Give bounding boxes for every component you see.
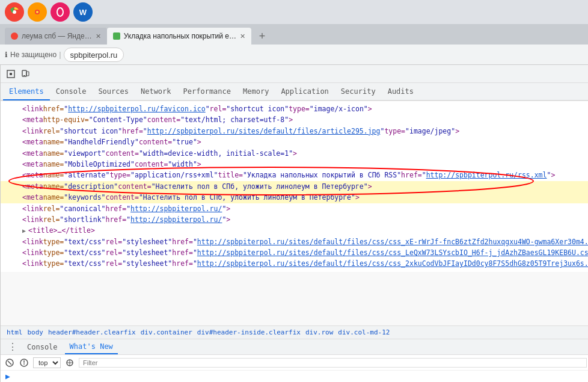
chrome-button[interactable] <box>5 2 24 22</box>
tab-security[interactable]: Security <box>335 84 382 100</box>
source-line-8: <meta name="description" content="Настел… <box>1 181 588 192</box>
main-area: Д Л На Elements Console Sources Network … <box>0 65 588 382</box>
source-line-12: ▶<title>…</title> <box>1 225 588 236</box>
footer-tab-whats-new[interactable]: What's New <box>65 339 118 354</box>
word-button[interactable]: W <box>73 2 93 22</box>
tab-sources[interactable]: Sources <box>92 84 135 100</box>
breadcrumb-html[interactable]: html <box>4 328 25 336</box>
svg-rect-11 <box>26 72 29 76</box>
source-content: <link href="http://spbpiterpol.ru/favico… <box>1 101 588 325</box>
devtools-tabs: Elements Console Sources Network Perform… <box>1 83 588 101</box>
tab-yandex-label: леума спб — Янде… <box>22 32 92 40</box>
footer-tab-console[interactable]: Console <box>22 339 63 354</box>
breadcrumb-header[interactable]: header#header.clearfix <box>46 328 138 336</box>
console-filter-input[interactable] <box>79 358 587 368</box>
devtools-toolbar <box>1 65 588 83</box>
tab-audits[interactable]: Audits <box>382 84 420 100</box>
svg-point-4 <box>36 11 38 13</box>
opera-button[interactable] <box>51 2 70 22</box>
breadcrumb-col[interactable]: div.col-md-12 <box>335 328 392 336</box>
new-tab-button[interactable]: + <box>254 28 271 45</box>
address-separator: | <box>59 50 61 59</box>
console-chevron-icon: ▶ <box>5 372 10 381</box>
source-line-14: <link type="text/css" rel="stylesheet" h… <box>1 247 588 258</box>
source-line-2: <meta http-equiv="Content-Type" content=… <box>1 114 588 125</box>
console-input-bar: top Default levels ▼ <box>1 354 588 370</box>
tab-bar: леума спб — Янде… ✕ Укладка напольных по… <box>0 24 588 45</box>
more-options-button[interactable]: ⋮ <box>5 341 20 353</box>
tab-console[interactable]: Console <box>50 84 93 100</box>
security-text: Не защищено <box>10 51 57 59</box>
source-line-6: <meta name="MobileOptimized" content="wi… <box>1 159 588 170</box>
tab-elements[interactable]: Elements <box>3 84 50 100</box>
breadcrumb-header-inside[interactable]: div#header-inside.clearfix <box>195 328 303 336</box>
frame-select[interactable]: top <box>33 357 61 368</box>
url-bar[interactable]: spbpiterpol.ru <box>64 48 124 62</box>
tab-memory[interactable]: Memory <box>237 84 275 100</box>
source-line-10: <link rel="canonical" href="http://spbpi… <box>1 203 588 214</box>
tab-yandex-close[interactable]: ✕ <box>96 32 101 40</box>
tab-ukladka-label: Укладка напольных покрытий е… <box>124 32 236 40</box>
breadcrumb-bar: html body header#header.clearfix div.con… <box>1 325 588 339</box>
source-line-11: <link rel="shortlink" href="http://spbpi… <box>1 214 588 225</box>
source-line-9: <meta name="keywords" content="Настелить… <box>1 192 588 203</box>
console-cursor-line: ▶ <box>1 370 588 382</box>
html-source: <link href="http://spbpiterpol.ru/favico… <box>1 101 588 272</box>
title-bar: W <box>0 0 588 24</box>
svg-rect-8 <box>10 73 12 75</box>
footer-tabs-bar: ⋮ Console What's New <box>1 339 588 354</box>
expand-title-arrow[interactable]: ▶ <box>22 226 26 236</box>
clear-console-button[interactable] <box>4 357 15 368</box>
address-bar: ℹ Не защищено | spbpiterpol.ru <box>0 45 588 65</box>
devtools-panel: Elements Console Sources Network Perform… <box>1 65 588 382</box>
inspect-element-button[interactable] <box>4 67 17 81</box>
tab-network[interactable]: Network <box>135 84 177 100</box>
source-line-5: <meta name="viewport" content="width=dev… <box>1 148 588 159</box>
tab-ukladka-close[interactable]: ✕ <box>240 32 245 40</box>
show-network-button[interactable] <box>64 357 75 368</box>
breadcrumb-row[interactable]: div.row <box>303 328 335 336</box>
source-line-1: <link href="http://spbpiterpol.ru/favico… <box>1 103 588 114</box>
source-line-13: <link type="text/css" rel="stylesheet" h… <box>1 236 588 247</box>
source-line-15: <link type="text/css" rel="stylesheet" h… <box>1 258 588 269</box>
source-line-4: <meta name="HandheldFriendly" content="t… <box>1 137 588 147</box>
tab-performance[interactable]: Performance <box>177 84 237 100</box>
breadcrumb-body[interactable]: body <box>25 328 46 336</box>
tab-application[interactable]: Application <box>275 84 334 100</box>
security-info: ℹ Не защищено | spbpiterpol.ru <box>5 48 124 62</box>
svg-line-14 <box>8 361 11 365</box>
source-line-3: <link rel="shortcut icon" href="http://s… <box>1 126 588 137</box>
svg-rect-10 <box>23 75 25 76</box>
tab-ukladka[interactable]: Укладка напольных покрытий е… ✕ <box>107 28 251 45</box>
tab-yandex-favicon <box>11 32 18 40</box>
source-line-7: <meta name="alternate" type="application… <box>1 170 588 180</box>
breadcrumb-container[interactable]: div.container <box>138 328 195 336</box>
preserve-log-button[interactable] <box>19 357 29 368</box>
svg-point-17 <box>23 363 25 365</box>
security-icon: ℹ <box>5 51 8 59</box>
tab-yandex[interactable]: леума спб — Янде… ✕ <box>5 28 107 45</box>
tab-ukladka-favicon <box>113 32 120 40</box>
device-toolbar-button[interactable] <box>19 67 32 81</box>
firefox-button[interactable] <box>28 2 47 22</box>
